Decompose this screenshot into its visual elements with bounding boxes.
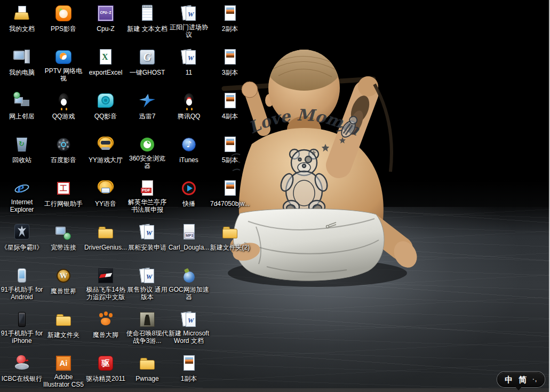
desktop-icon[interactable]: 新建 Microsoft Word 文档 — [168, 310, 210, 345]
icon-label: Cpu-Z — [97, 25, 114, 33]
desktop-icon[interactable]: QQ游戏 — [42, 92, 85, 121]
desktop-icon[interactable]: 2副本 — [209, 4, 251, 33]
desktop-icon[interactable]: 4副本 — [209, 92, 251, 121]
desktop-icon[interactable]: 工行网银助手 — [42, 179, 85, 208]
icon-label: 工行网银助手 — [44, 200, 83, 207]
icon-label: 7d47050bjw... — [210, 200, 250, 207]
icon-label: 《星际争霸II》 — [1, 244, 43, 251]
word-icon — [180, 48, 198, 66]
desktop-icon[interactable]: 腾讯QQ — [168, 92, 210, 121]
desktop-icon[interactable]: 11 — [168, 48, 210, 77]
icon-label: 解英华兰亭序书法展申报 — [126, 198, 169, 213]
icon-label: 正阳门进场协议 — [168, 23, 210, 38]
desktop-icon[interactable]: QQ影音 — [84, 92, 127, 121]
desktop-icon[interactable]: 91手机助手 for Android — [1, 267, 43, 301]
desktop-icon[interactable]: 快播 — [168, 179, 210, 208]
icon-label: YY游戏大厅 — [89, 156, 123, 164]
icon-label: 魔兽世界 — [51, 287, 76, 295]
word-icon — [138, 223, 156, 241]
desktop-icon[interactable]: 宽带连接 — [42, 223, 85, 252]
icon-label: Pwnage — [135, 375, 158, 382]
desktop-icon[interactable]: PPS影音 — [42, 4, 85, 33]
desktop-icon[interactable]: GOC网游加速器 — [168, 267, 210, 301]
icon-label: 新建文件夹 — [47, 331, 79, 339]
desktop-icon[interactable]: Internet Explorer — [1, 179, 43, 214]
desktop-icon[interactable]: 展售协议 通用版本 — [126, 267, 169, 301]
icon-label: 我的文档 — [9, 25, 35, 33]
desktop-icon[interactable]: 7d47050bjw... — [209, 179, 251, 208]
word-icon — [180, 4, 198, 22]
desktop-icon[interactable]: Carl_Dougla... — [168, 223, 210, 252]
folder-icon — [54, 310, 73, 329]
ie-icon — [13, 179, 31, 197]
desktop-icon[interactable]: 新建文件夹 — [42, 310, 85, 339]
desktop-icon[interactable]: 新建文件夹(2) — [209, 223, 251, 252]
ime-punctuation-button[interactable]: ·, — [532, 372, 537, 387]
language-bar[interactable]: 中 简 ·, — [497, 372, 545, 387]
desktop-icon[interactable]: 1副本 — [168, 354, 210, 383]
desktop-icon[interactable]: 展柜安装申请 — [126, 223, 169, 252]
pps-icon — [54, 4, 73, 22]
image-icon — [221, 135, 239, 154]
desktop-icon[interactable]: 新建 文本文档 — [126, 4, 169, 33]
desktop-icon[interactable]: 魔兽大脚 — [84, 310, 127, 339]
recycle-icon — [13, 135, 31, 154]
desktop-icon[interactable]: 360安全浏览器 — [126, 135, 169, 170]
icon-label: 展柜安装申请 — [128, 244, 166, 251]
desktop-icon[interactable]: 我的电脑 — [1, 48, 43, 77]
desktop-icon[interactable]: 使命召唤8现代战争3游... — [126, 310, 169, 345]
desktop-icon[interactable]: DriverGenius... — [84, 223, 127, 252]
qvod-icon — [180, 179, 198, 197]
desktop-icon[interactable]: YY语音 — [84, 179, 127, 208]
desktop-icon[interactable]: 正阳门进场协议 — [168, 4, 210, 39]
yygame-icon — [97, 135, 115, 154]
android-icon — [13, 267, 31, 285]
icon-label: 新建 文本文档 — [127, 25, 167, 33]
computer-icon — [13, 48, 31, 66]
desktop-icon[interactable]: exportExcel — [84, 48, 127, 77]
pptv-icon — [54, 48, 73, 66]
ghost-icon — [138, 48, 156, 66]
icon-label: 5副本 — [222, 156, 238, 164]
yyvoice-icon — [97, 179, 115, 197]
desktop-icon[interactable]: 一键GHOST — [126, 48, 169, 77]
desktop-icon[interactable]: 魔兽世界 — [42, 267, 85, 295]
wow-icon — [54, 267, 73, 285]
desktop-icon[interactable]: PPTV 网络电视 — [42, 48, 85, 83]
globe-icon — [180, 267, 198, 285]
icon-label: 3副本 — [222, 69, 238, 76]
desktop-icon[interactable]: 《星际争霸II》 — [1, 223, 43, 252]
desktop-icon[interactable]: ICBC在线银行 — [1, 354, 43, 383]
desktop-icon[interactable]: 我的文档 — [1, 4, 43, 33]
desktop-icon[interactable]: Cpu-Z — [84, 4, 127, 33]
desktop-icon[interactable]: Adobe Illustrator CS5 — [42, 354, 85, 389]
ime-simplified-button[interactable]: 简 — [519, 372, 527, 387]
desktop-icon[interactable]: 极品飞车14热力追踪中文版 — [84, 267, 127, 301]
ai-icon — [54, 354, 73, 372]
icon-label: ICBC在线银行 — [2, 375, 43, 382]
icon-label: iTunes — [179, 156, 198, 164]
desktop-icon[interactable]: 解英华兰亭序书法展申报 — [126, 179, 169, 214]
desktop-icon[interactable]: 5副本 — [209, 135, 251, 164]
desktop-icon[interactable]: 迅雷7 — [126, 92, 169, 121]
icon-label: Adobe Illustrator CS5 — [42, 373, 85, 388]
sc2-icon — [13, 223, 31, 241]
ime-chinese-button[interactable]: 中 — [505, 372, 513, 387]
icon-label: 91手机助手 for iPhone — [1, 330, 43, 345]
desktop-icon[interactable]: 网上邻居 — [1, 92, 43, 121]
desktop-icon[interactable]: YY游戏大厅 — [84, 135, 127, 164]
icon-label: 驱动精灵2011 — [86, 375, 125, 382]
icon-label: 一键GHOST — [130, 69, 165, 76]
desktop-icon[interactable]: iTunes — [168, 135, 210, 164]
desktop-icon[interactable]: 驱动精灵2011 — [84, 354, 127, 383]
paw-icon — [97, 310, 115, 329]
desktop-icon[interactable]: 百度影音 — [42, 135, 85, 164]
icon-label: 腾讯QQ — [178, 113, 201, 120]
br360-icon — [138, 135, 156, 154]
desktop-icon[interactable]: Pwnage — [126, 354, 169, 383]
image-icon — [221, 48, 239, 66]
desktop-icon[interactable]: 91手机助手 for iPhone — [1, 310, 43, 345]
icbc-icon — [54, 179, 73, 197]
desktop-icon[interactable]: 回收站 — [1, 135, 43, 164]
desktop-icon[interactable]: 3副本 — [209, 48, 251, 77]
